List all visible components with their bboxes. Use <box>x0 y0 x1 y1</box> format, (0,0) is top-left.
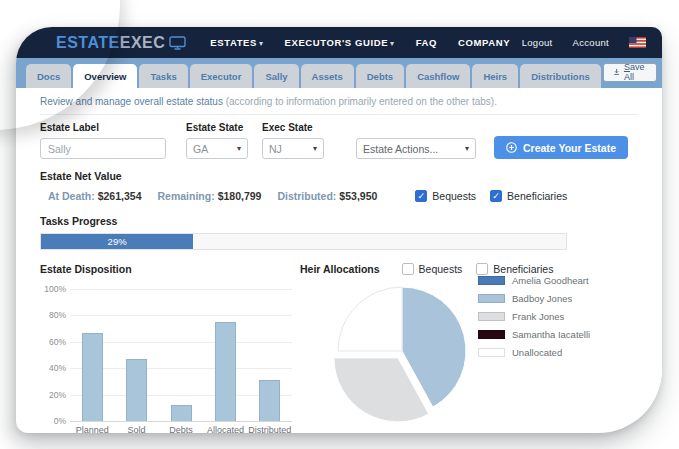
net-value-heading: Estate Net Value <box>40 170 638 182</box>
us-flag-icon[interactable] <box>629 37 646 48</box>
net-value-row: At Death:$261,354Remaining:$180,799Distr… <box>40 190 638 202</box>
bar-allocated <box>215 322 236 421</box>
tab-assets[interactable]: Assets <box>301 64 354 88</box>
heir-checkbox-label: Bequests <box>419 263 463 275</box>
y-axis-tick: 40% <box>40 363 66 373</box>
overview-content: Review and manage overall estate status … <box>16 96 662 421</box>
logout-link[interactable]: Logout <box>522 37 553 48</box>
tab-docs[interactable]: Docs <box>26 64 71 88</box>
tasks-progress-section: Tasks Progress 29% <box>40 215 638 250</box>
exec-state-value: NJ <box>269 143 282 155</box>
heir-allocations-chart: Heir Allocations BequestsBeneficiaries A… <box>300 263 638 421</box>
gridline <box>70 315 292 316</box>
nav-item-company[interactable]: COMPANY <box>458 37 510 48</box>
net-value-item: At Death:$261,354 <box>48 190 141 202</box>
checkbox-unchecked-icon <box>476 263 488 275</box>
pie-legend: Amelia GoodheartBadboy JonesFrank JonesS… <box>478 275 590 365</box>
tasks-progress-bar: 29% <box>40 233 567 250</box>
bar-debts <box>171 405 192 421</box>
chevron-down-icon: ▾ <box>259 39 264 48</box>
exec-state-select[interactable]: NJ ▾ <box>262 138 324 159</box>
exec-state-group: Exec State NJ ▾ <box>262 122 324 159</box>
estate-state-value: GA <box>193 143 208 155</box>
save-all-label: Save All <box>624 62 647 82</box>
tab-sally[interactable]: Sally <box>254 64 298 88</box>
legend-item: Unallocated <box>478 347 590 358</box>
bar-chart-plot: 0%20%40%60%80%100%PlannedSoldDebtsAlloca… <box>70 289 292 421</box>
net-value-item-label: At Death: <box>48 190 95 202</box>
logo-text-exec: EXEC <box>120 34 166 52</box>
legend-label: Badboy Jones <box>512 293 572 304</box>
estate-actions-select[interactable]: Estate Actions... ▾ <box>356 138 476 159</box>
estateexec-logo[interactable]: ESTATEEXEC <box>56 34 186 52</box>
tab-executor[interactable]: Executor <box>190 64 253 88</box>
gridline <box>70 368 292 369</box>
create-estate-button[interactable]: Create Your Estate <box>494 136 628 159</box>
pie-slice-unallocated <box>338 287 402 351</box>
legend-swatch <box>478 330 505 339</box>
estate-form-row: Estate Label Sally Estate State GA ▾ Exe… <box>40 122 638 159</box>
net-value-item-value: $53,950 <box>339 190 377 202</box>
checkbox-unchecked-icon <box>402 263 414 275</box>
tab-cashflow[interactable]: Cashflow <box>406 64 470 88</box>
bar-planned <box>82 333 103 421</box>
checkbox-checked-icon: ✓ <box>415 190 427 202</box>
page-description: Review and manage overall estate status … <box>40 96 638 115</box>
estate-label-group: Estate Label Sally <box>40 122 166 159</box>
legend-label: Amelia Goodheart <box>512 275 589 286</box>
heir-checkbox-bequests[interactable]: Bequests <box>402 263 463 275</box>
net-value-item-value: $261,354 <box>98 190 142 202</box>
heir-allocations-checkboxes: BequestsBeneficiaries <box>402 263 554 275</box>
net-value-checkbox-beneficiaries[interactable]: ✓Beneficiaries <box>490 190 567 202</box>
net-value-item-value: $180,799 <box>218 190 262 202</box>
heir-allocations-header: Heir Allocations BequestsBeneficiaries <box>300 263 638 275</box>
nav-right: Logout Account <box>522 37 646 48</box>
estate-state-label: Estate State <box>186 122 248 133</box>
legend-item: Badboy Jones <box>478 293 590 304</box>
legend-item: Frank Jones <box>478 311 590 322</box>
download-icon <box>613 67 620 77</box>
gridline <box>70 421 292 422</box>
tab-distributions[interactable]: Distributions <box>520 64 601 88</box>
net-value-item: Remaining:$180,799 <box>157 190 261 202</box>
tasks-progress-heading: Tasks Progress <box>40 215 638 227</box>
heir-checkbox-beneficiaries[interactable]: Beneficiaries <box>476 263 553 275</box>
net-value-checkbox-bequests[interactable]: ✓Bequests <box>415 190 476 202</box>
description-secondary: (according to information primarily ente… <box>223 96 497 107</box>
account-link[interactable]: Account <box>573 37 609 48</box>
estate-disposition-chart: Estate Disposition 0%20%40%60%80%100%Pla… <box>40 263 300 421</box>
tab-tasks[interactable]: Tasks <box>139 64 187 88</box>
nav-item-estates[interactable]: ESTATES▾ <box>210 37 263 48</box>
estate-label-input[interactable]: Sally <box>40 138 166 159</box>
top-navbar: ESTATEEXEC ESTATES▾EXECUTOR'S GUIDE▾FAQC… <box>16 27 662 58</box>
checkbox-checked-icon: ✓ <box>490 190 502 202</box>
nav-item-faq[interactable]: FAQ <box>416 37 437 48</box>
monitor-icon <box>169 36 186 50</box>
legend-label: Frank Jones <box>512 311 564 322</box>
estate-actions-value: Estate Actions... <box>363 143 438 155</box>
app-window: ESTATEEXEC ESTATES▾EXECUTOR'S GUIDE▾FAQC… <box>16 27 662 433</box>
net-value-checkbox-label: Bequests <box>432 190 476 202</box>
save-all-button[interactable]: Save All <box>603 63 658 82</box>
legend-label: Unallocated <box>512 347 562 358</box>
tab-heirs[interactable]: Heirs <box>472 64 518 88</box>
nav-menu: ESTATES▾EXECUTOR'S GUIDE▾FAQCOMPANY <box>210 37 510 48</box>
charts-row: Estate Disposition 0%20%40%60%80%100%Pla… <box>40 263 638 421</box>
legend-swatch <box>478 276 505 285</box>
estate-state-select[interactable]: GA ▾ <box>186 138 248 159</box>
screenshot-stage: ESTATEEXEC ESTATES▾EXECUTOR'S GUIDE▾FAQC… <box>0 0 679 449</box>
bar-distributed <box>259 380 280 421</box>
logo-text-estate: ESTATE <box>56 34 120 52</box>
tab-overview[interactable]: Overview <box>73 64 137 88</box>
net-value-section: Estate Net Value At Death:$261,354Remain… <box>40 170 638 202</box>
y-axis-tick: 100% <box>40 284 66 294</box>
nav-item-executor-s-guide[interactable]: EXECUTOR'S GUIDE▾ <box>285 37 395 48</box>
tab-debts[interactable]: Debts <box>356 64 404 88</box>
legend-swatch <box>478 294 505 303</box>
y-axis-tick: 20% <box>40 390 66 400</box>
y-axis-tick: 60% <box>40 337 66 347</box>
chevron-down-icon: ▾ <box>465 144 469 153</box>
exec-state-label: Exec State <box>262 122 324 133</box>
net-value-item-label: Remaining: <box>157 190 214 202</box>
chevron-down-icon: ▾ <box>313 144 317 153</box>
